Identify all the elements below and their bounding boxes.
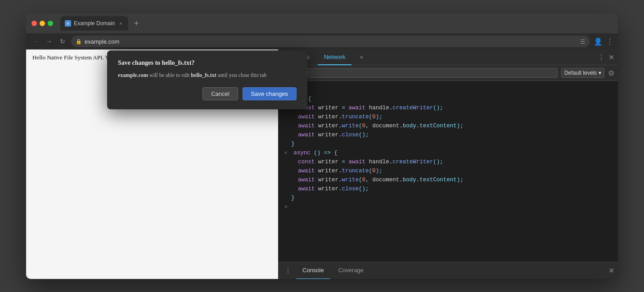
save-changes-button[interactable]: Save changes	[243, 87, 297, 100]
dialog-domain: example.com	[118, 72, 148, 78]
url-text: example.com	[85, 38, 577, 45]
dialog-buttons: Cancel Save changes	[118, 87, 297, 100]
coverage-tab[interactable]: Coverage	[332, 262, 370, 279]
new-tab-button[interactable]: +	[130, 17, 143, 30]
chevron-down-icon: ▾	[599, 70, 601, 76]
gear-icon[interactable]: ⚙	[608, 69, 614, 77]
devtools-tab-network[interactable]: Network	[318, 49, 352, 65]
minimize-button[interactable]	[40, 21, 45, 26]
tab-close-button[interactable]: ×	[117, 20, 124, 27]
bottom-close-icon[interactable]: ✕	[608, 266, 614, 275]
save-dialog: Save changes to hello_fs.txt? example.co…	[107, 50, 307, 109]
console-tab[interactable]: Console	[296, 262, 330, 279]
lock-icon: 🔒	[76, 39, 82, 45]
content-area: Hello Native File System API. You're ama…	[26, 49, 618, 279]
close-button[interactable]	[32, 21, 37, 26]
tab-title: Example Domain	[74, 20, 115, 27]
devtools-close-icon[interactable]: ✕	[608, 53, 614, 62]
devtools-filter-bar: 👁 Default levels ▾ ⚙	[278, 65, 618, 81]
cancel-button[interactable]: Cancel	[203, 87, 238, 100]
profile-icon[interactable]: 👤	[594, 37, 603, 46]
devtools-tab-end: ⋮ ✕	[598, 53, 614, 62]
address-bar: ← → ↻ 🔒 example.com ☰ 👤 ⋮	[26, 33, 618, 49]
bookmark-icon[interactable]: ☰	[580, 38, 585, 45]
traffic-lights	[32, 21, 53, 26]
url-bar[interactable]: 🔒 example.com ☰	[71, 36, 590, 47]
back-button[interactable]: ←	[31, 36, 41, 46]
dialog-body: example.com will be able to edit hello_f…	[118, 71, 297, 79]
levels-dropdown[interactable]: Default levels ▾	[561, 68, 604, 78]
filter-input[interactable]	[293, 68, 558, 78]
code-area: ) => { const writer = await handle.creat…	[278, 81, 618, 262]
devtools-toolbar: Sources Network » ⋮ ✕	[278, 49, 618, 65]
devtools-menu-icon[interactable]: ⋮	[598, 53, 605, 62]
dialog-overlay: Save changes to hello_fs.txt? example.co…	[26, 49, 278, 279]
dialog-filename: hello_fs.txt	[191, 72, 216, 78]
title-bar: e Example Domain × +	[26, 13, 618, 33]
devtools-bottom-bar: ⋮ Console Coverage ✕	[278, 262, 618, 279]
tab-bar: e Example Domain × +	[60, 16, 612, 31]
dialog-body-middle: will be able to edit	[149, 72, 191, 78]
url-end-icons: ☰	[580, 38, 585, 45]
dialog-body-end: until you close this tab	[218, 72, 267, 78]
forward-button[interactable]: →	[44, 36, 54, 46]
tab-favicon: e	[65, 20, 71, 27]
browser-window: e Example Domain × + ← → ↻ 🔒 example.com…	[26, 13, 618, 279]
refresh-button[interactable]: ↻	[58, 36, 68, 46]
devtools-panel: Sources Network » ⋮ ✕ 👁 Default levels	[278, 49, 618, 279]
maximize-button[interactable]	[48, 21, 53, 26]
more-tabs-icon: »	[360, 54, 363, 60]
menu-icon[interactable]: ⋮	[606, 37, 613, 46]
bottom-three-dots[interactable]: ⋮	[282, 266, 294, 275]
dialog-title: Save changes to hello_fs.txt?	[118, 59, 297, 67]
devtools-more-tabs[interactable]: »	[353, 49, 369, 65]
webpage: Hello Native File System API. You're ama…	[26, 49, 278, 279]
browser-tab[interactable]: e Example Domain ×	[60, 16, 128, 31]
address-bar-end: 👤 ⋮	[594, 37, 613, 46]
